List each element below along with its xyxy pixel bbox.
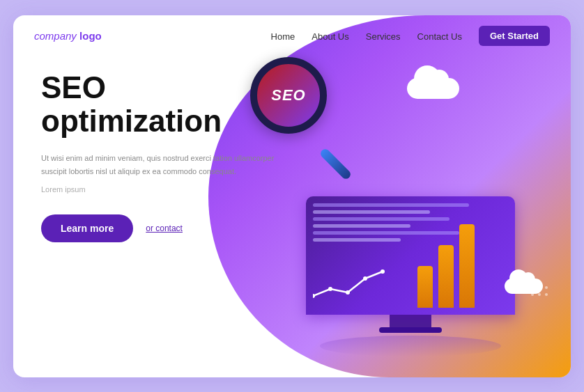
logo: company logo (34, 30, 102, 42)
monitor (306, 196, 515, 336)
bar-1 (417, 266, 433, 308)
code-line (313, 210, 430, 214)
svg-point-2 (346, 290, 350, 295)
code-line (313, 217, 449, 221)
cloud-small-container (505, 279, 543, 294)
illustration: SEO (236, 43, 557, 363)
nav-link-about[interactable]: About Us (312, 31, 348, 42)
cloud-big-container (407, 78, 459, 99)
line-chart-svg (313, 265, 397, 303)
learn-more-button[interactable]: Learn more (41, 214, 133, 242)
nav-link-services[interactable]: Services (366, 31, 401, 42)
magnifier-handle (318, 147, 352, 180)
magnifier-container: SEO (250, 57, 341, 148)
logo-regular: company (34, 30, 79, 42)
bar-2 (438, 245, 454, 308)
bar-chart (417, 224, 515, 315)
nav-item-contact[interactable]: Contact Us (417, 30, 462, 42)
nav-item-home[interactable]: Home (271, 30, 295, 42)
magnifier-lens: SEO (250, 57, 327, 134)
nav-links: Home About Us Services Contact Us Get St… (271, 26, 550, 46)
logo-bold: logo (79, 30, 102, 42)
line-chart-area (313, 265, 404, 306)
nav-item-services[interactable]: Services (366, 30, 401, 42)
svg-point-3 (363, 276, 367, 281)
cloud-big-bubble2 (429, 70, 449, 89)
nav-item-cta[interactable]: Get Started (479, 26, 550, 46)
svg-point-1 (328, 287, 332, 291)
nav-link-contact[interactable]: Contact Us (417, 31, 462, 42)
monitor-screen (306, 196, 515, 315)
bar-3 (459, 224, 475, 308)
get-started-button[interactable]: Get Started (479, 26, 550, 46)
monitor-reflection (320, 336, 501, 356)
cloud-small-bubble2 (521, 272, 535, 286)
svg-point-10 (545, 293, 548, 296)
svg-point-7 (545, 286, 548, 289)
hero-title-line1: SEO (41, 70, 106, 104)
main-card: company logo Home About Us Services Cont… (13, 15, 571, 377)
cloud-big (407, 78, 459, 99)
nav-item-about[interactable]: About Us (312, 30, 348, 42)
page-wrapper: company logo Home About Us Services Cont… (0, 0, 584, 392)
monitor-base (379, 327, 442, 333)
code-line (313, 238, 401, 242)
hero-title-line2: optimization (41, 104, 222, 138)
nav-link-home[interactable]: Home (271, 31, 295, 42)
monitor-stand (390, 315, 431, 327)
seo-badge: SEO (271, 86, 305, 104)
code-line (313, 203, 469, 207)
code-line (313, 224, 410, 228)
navbar: company logo Home About Us Services Cont… (13, 15, 571, 57)
or-contact-link[interactable]: or contact (146, 224, 183, 233)
magnifier: SEO (250, 57, 341, 148)
cloud-small (505, 279, 543, 294)
svg-point-4 (381, 269, 385, 274)
